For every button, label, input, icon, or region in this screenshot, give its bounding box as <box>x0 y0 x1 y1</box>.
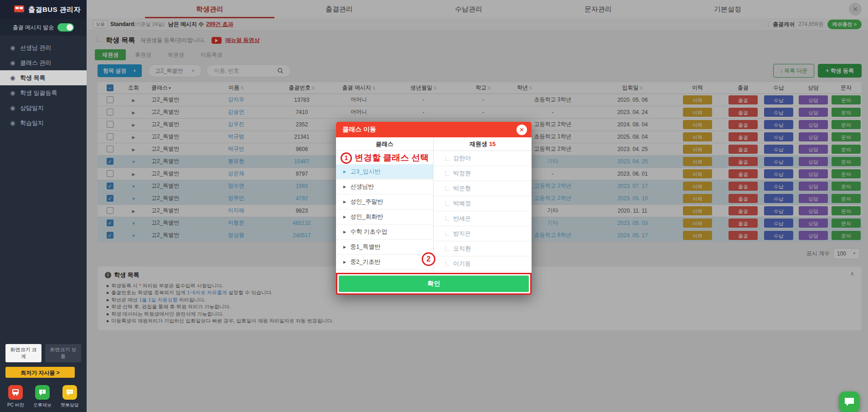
sidebar-item[interactable]: ◉학습일지 <box>0 115 87 130</box>
student-item-label: 박정현 <box>453 169 471 177</box>
tree-connector-icon <box>445 171 450 176</box>
confirm-annotation-border: 확인 <box>336 273 532 295</box>
sidebar-item[interactable]: ◉상담일지 <box>0 100 87 115</box>
student-item-label: 반세은 <box>453 214 471 223</box>
app-root: 출결BUS 관리자 출결 메시지 발송 ◉선생님 관리◉클래스 관리◉학생 목록… <box>0 0 868 412</box>
tree-connector-icon <box>445 156 450 161</box>
confirm-button[interactable]: 확인 <box>339 276 529 292</box>
modal-student-item: 박준형 <box>434 181 532 196</box>
student-column-header: 재원생 15 <box>434 137 532 151</box>
class-item-label: 수학 기초수업 <box>350 228 388 236</box>
tree-connector-icon <box>445 246 450 251</box>
chatbot-shortcut[interactable]: 챗봇상담 <box>61 385 79 408</box>
radio-icon: ◉ <box>10 44 20 51</box>
modal-column-headers: 클래스 재원생 15 <box>336 137 532 151</box>
message-send-toggle[interactable] <box>57 23 74 31</box>
sidebar-item[interactable]: ◉클래스 관리 <box>0 55 87 70</box>
modal-title: 클래스 이동 <box>342 125 376 134</box>
app-title: 출결BUS 관리자 <box>28 5 81 14</box>
caret-right-icon: ▶ <box>343 185 346 189</box>
student-item-label: 박준형 <box>453 184 471 193</box>
sidebar-item-label: 상담일지 <box>20 104 44 112</box>
annotation-step1: 1 변경할 클래스 선택 <box>341 152 429 164</box>
class-item-label: 성인_회화반 <box>350 213 383 221</box>
mall-link-button[interactable]: 최저가 자사몰 > <box>5 367 75 378</box>
modal-class-item[interactable]: ▶성인_회화반 <box>336 209 433 224</box>
radio-icon: ◉ <box>10 104 20 111</box>
class-item-label: 중1_특별반 <box>350 243 380 251</box>
error-report-icon <box>35 385 50 400</box>
caret-right-icon: ▶ <box>343 230 346 234</box>
caret-right-icon: ▶ <box>343 170 346 174</box>
modal-header: 클래스 이동 ✕ <box>336 122 532 137</box>
sidebar-item-label: 선생님 관리 <box>20 44 52 52</box>
caret-right-icon: ▶ <box>343 215 346 219</box>
modal-class-item[interactable]: ▶고3_입시반 <box>336 164 433 179</box>
sidebar-item-label: 학생 일괄등록 <box>20 89 57 97</box>
radio-icon: ◉ <box>10 120 20 126</box>
chat-widget-button[interactable] <box>839 391 860 412</box>
screen-size-large-button[interactable]: 화면크기 크게 <box>5 344 41 362</box>
sidebar-item[interactable]: ◉학생 목록 <box>0 70 87 85</box>
modal-student-item: 박정현 <box>434 166 532 181</box>
tree-connector-icon <box>445 261 450 266</box>
modal-student-item: 박혜정 <box>434 196 532 211</box>
toggle-knob <box>67 24 73 31</box>
screen-size-normal-button[interactable]: 화면크기 보통 <box>45 344 81 362</box>
caret-right-icon: ▶ <box>343 245 346 249</box>
chatbot-icon <box>62 385 77 400</box>
sidebar-item-label: 학습일지 <box>20 119 44 127</box>
class-item-label: 선생님반 <box>350 183 374 191</box>
modal-class-item[interactable]: ▶중2_기초반 <box>336 255 433 270</box>
message-toggle-row: 출결 메시지 발송 <box>0 19 87 36</box>
sidebar-item-label: 클래스 관리 <box>20 59 52 67</box>
class-item-label: 고3_입시반 <box>350 167 380 176</box>
app-logo[interactable]: 출결BUS 관리자 <box>0 0 87 19</box>
modal-student-item: 이기동 <box>434 256 532 271</box>
student-column-label: 재원생 <box>470 140 487 148</box>
class-item-label: 성인_주말반 <box>350 198 383 206</box>
modal-student-item: 방지은 <box>434 226 532 241</box>
step1-circle: 1 <box>341 152 352 164</box>
radio-icon: ◉ <box>10 89 20 96</box>
modal-body: ▶고3_입시반▶선생님반▶성인_주말반▶성인_회화반▶수학 기초수업▶중1_특별… <box>336 151 532 273</box>
class-item-label: 중2_기초반 <box>350 258 380 266</box>
class-move-modal: 클래스 이동 ✕ 클래스 재원생 15 ▶고3_입시반▶선생님반▶성인_주말반▶… <box>336 122 532 295</box>
step2-circle: 2 <box>422 252 435 266</box>
tree-connector-icon <box>445 186 450 191</box>
bus-icon <box>8 385 23 400</box>
sidebar-item[interactable]: ◉선생님 관리 <box>0 40 87 55</box>
shortcut-label: PC 버전 <box>7 402 24 408</box>
sidebar-footer: 화면크기 크게 화면크기 보통 최저가 자사몰 > PC 버전 오류제보 <box>0 339 87 412</box>
student-item-label: 오지환 <box>453 245 471 253</box>
sidebar-menu: ◉선생님 관리◉클래스 관리◉학생 목록◉학생 일괄등록◉상담일지◉학습일지 <box>0 36 87 130</box>
student-count: 15 <box>489 141 496 147</box>
sidebar: 출결BUS 관리자 출결 메시지 발송 ◉선생님 관리◉클래스 관리◉학생 목록… <box>0 0 87 412</box>
tree-connector-icon <box>445 216 450 221</box>
caret-right-icon: ▶ <box>343 260 346 264</box>
tree-connector-icon <box>445 231 450 236</box>
sidebar-item[interactable]: ◉학생 일괄등록 <box>0 85 87 100</box>
class-list: ▶고3_입시반▶선생님반▶성인_주말반▶성인_회화반▶수학 기초수업▶중1_특별… <box>336 151 434 273</box>
modal-close-icon[interactable]: ✕ <box>517 125 527 135</box>
step1-text: 변경할 클래스 선택 <box>355 152 429 164</box>
shortcut-label: 챗봇상담 <box>61 402 79 408</box>
sidebar-item-label: 학생 목록 <box>20 74 46 82</box>
caret-right-icon: ▶ <box>343 200 346 204</box>
modal-student-item: 오지환 <box>434 241 532 256</box>
modal-student-item: 강한아 <box>434 151 532 166</box>
chat-bubble-icon <box>844 397 855 407</box>
modal-student-item: 반세은 <box>434 211 532 226</box>
pc-version-shortcut[interactable]: PC 버전 <box>7 385 24 408</box>
radio-icon: ◉ <box>10 59 20 66</box>
modal-class-item[interactable]: ▶선생님반 <box>336 179 433 194</box>
tree-connector-icon <box>445 201 450 206</box>
modal-class-item[interactable]: ▶성인_주말반 <box>336 194 433 209</box>
student-item-label: 강한아 <box>453 154 471 162</box>
radio-icon: ◉ <box>10 74 20 81</box>
class-column-header: 클래스 <box>336 137 434 151</box>
modal-class-item[interactable]: ▶수학 기초수업 <box>336 224 433 240</box>
modal-class-item[interactable]: ▶중1_특별반 <box>336 240 433 255</box>
student-item-label: 방지은 <box>453 229 471 238</box>
error-report-shortcut[interactable]: 오류제보 <box>33 385 52 408</box>
